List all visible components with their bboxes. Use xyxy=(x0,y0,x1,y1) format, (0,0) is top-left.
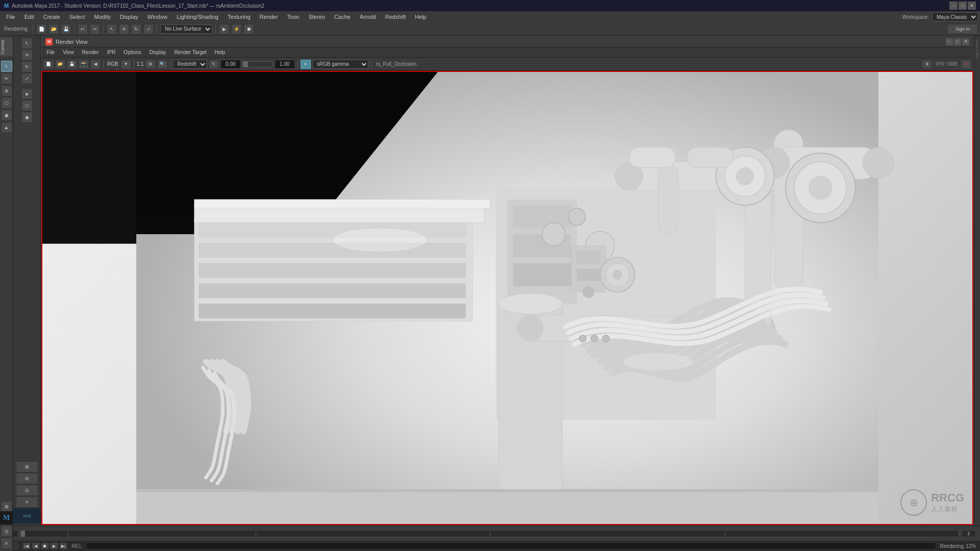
rv-color-space-btn[interactable]: ⊛ xyxy=(301,60,311,69)
menu-render[interactable]: Render xyxy=(256,13,282,21)
rv-save-btn[interactable]: 💾 xyxy=(67,60,77,69)
rv-menu-render[interactable]: Render xyxy=(79,49,102,56)
menu-lighting-shading[interactable]: Lighting/Shading xyxy=(173,13,223,21)
rv-rgb-label: RGB xyxy=(106,61,119,67)
workspace-dropdown[interactable]: Maya Classic xyxy=(932,12,978,21)
rv-menu-display[interactable]: Display xyxy=(146,49,169,56)
layout-btn[interactable]: ⊞ xyxy=(1,501,12,512)
undo-btn[interactable]: ↩ xyxy=(78,24,88,34)
rv-menu-file[interactable]: File xyxy=(43,49,58,56)
range-end-field[interactable]: 2 xyxy=(962,530,976,537)
menu-display[interactable]: Display xyxy=(116,13,142,21)
menu-arnold[interactable]: Arnold xyxy=(356,13,380,21)
separator2 xyxy=(74,24,75,34)
rv-close-panel-btn[interactable]: ✕ xyxy=(961,60,971,69)
stop-render-btn[interactable]: ⏹ xyxy=(243,24,254,34)
menu-help[interactable]: Help xyxy=(411,13,431,21)
side-grid-btn[interactable]: ⊟ xyxy=(16,473,38,484)
rv-menu-ipr[interactable]: IPR xyxy=(104,49,118,56)
side-tool5[interactable]: ◈ xyxy=(21,88,33,99)
close-button[interactable]: ✕ xyxy=(968,2,976,10)
rv-snapshot-btn[interactable]: 📸 xyxy=(79,60,89,69)
move-tool-btn[interactable]: ✛ xyxy=(119,24,129,34)
rv-render-all-btn[interactable]: ↻ xyxy=(209,60,219,69)
rv-color-space-dropdown[interactable]: sRGB gamma xyxy=(312,60,369,69)
rv-renderer-dropdown[interactable]: Redshift xyxy=(173,60,207,69)
play-fwd-btn[interactable]: ▶ xyxy=(50,542,58,549)
svg-point-50 xyxy=(591,335,598,342)
rv-fit-btn[interactable]: ⊞ xyxy=(145,60,156,69)
svg-rect-10 xyxy=(194,199,490,208)
svg-point-54 xyxy=(333,229,426,252)
side-node-btn[interactable]: ◎ xyxy=(16,485,38,496)
transform-tool[interactable]: ⊕ xyxy=(1,85,12,96)
menu-cache[interactable]: Cache xyxy=(330,13,355,21)
rv-menu-render-target[interactable]: Render Target xyxy=(171,49,209,56)
svg-rect-8 xyxy=(199,304,466,318)
menu-toon[interactable]: Toon xyxy=(283,13,304,21)
select-tool-btn[interactable]: ↖ xyxy=(107,24,117,34)
rv-time-end[interactable]: 1.00 xyxy=(275,60,295,69)
side-tool6[interactable]: ⬡ xyxy=(21,100,33,111)
open-scene-btn[interactable]: 📂 xyxy=(48,24,59,34)
menu-file[interactable]: File xyxy=(2,13,19,21)
rv-close-btn[interactable]: ✕ xyxy=(962,38,969,45)
rv-menu-options[interactable]: Options xyxy=(120,49,144,56)
play-back-btn[interactable]: ◀ xyxy=(32,542,40,549)
side-layout-btn[interactable]: ⊞ xyxy=(16,461,38,472)
rv-sep4 xyxy=(298,60,298,68)
rv-prev-btn[interactable]: ◀ xyxy=(90,60,101,69)
rv-menu-view[interactable]: View xyxy=(60,49,77,56)
select-tool[interactable]: ↖ xyxy=(1,61,12,72)
rv-timeline-slider[interactable] xyxy=(242,61,273,67)
menu-modify[interactable]: Modify xyxy=(90,13,114,21)
separator3 xyxy=(103,24,104,34)
save-scene-btn[interactable]: 💾 xyxy=(61,24,71,34)
menu-stereo[interactable]: Stereo xyxy=(304,13,329,21)
rv-pause-btn[interactable]: ⏸ xyxy=(922,60,932,69)
menu-window[interactable]: Window xyxy=(143,13,172,21)
redo-btn[interactable]: ↪ xyxy=(90,24,100,34)
rv-rgb-btn[interactable]: ▼ xyxy=(121,60,131,69)
stop-btn[interactable]: ⏹ xyxy=(41,542,49,549)
menu-texturing[interactable]: Texturing xyxy=(224,13,255,21)
rv-minimize-btn[interactable]: − xyxy=(946,38,953,45)
rotate-tool-btn[interactable]: ↻ xyxy=(131,24,141,34)
rv-maximize-btn[interactable]: □ xyxy=(954,38,961,45)
paint-tool[interactable]: ✏ xyxy=(1,73,12,84)
side-select-btn[interactable]: ↖ xyxy=(21,38,33,49)
side-rotate-btn[interactable]: ↻ xyxy=(21,61,33,72)
mel-input[interactable] xyxy=(86,542,936,549)
menu-edit[interactable]: Edit xyxy=(20,13,38,21)
scale-tool-btn[interactable]: ⤢ xyxy=(143,24,154,34)
no-live-surface-dropdown[interactable]: No Live Surface xyxy=(160,24,212,34)
lasso-tool[interactable]: ⬡ xyxy=(1,97,12,109)
maximize-button[interactable]: □ xyxy=(959,2,967,10)
side-scale-btn[interactable]: ⤢ xyxy=(21,73,33,84)
menu-redshift[interactable]: Redshift xyxy=(381,13,409,21)
next-frame-btn[interactable]: ▶| xyxy=(59,542,67,549)
rv-menu-help[interactable]: Help xyxy=(212,49,229,56)
prev-frame-btn[interactable]: |◀ xyxy=(22,542,31,549)
timeline-slider[interactable] xyxy=(20,530,960,537)
rv-zoom-btn[interactable]: 🔍 xyxy=(157,60,167,69)
channel-btn[interactable]: ≡ xyxy=(1,538,12,549)
sign-in-btn[interactable]: Sign In xyxy=(947,24,978,34)
rv-open-btn[interactable]: 📂 xyxy=(55,60,65,69)
rv-time-start[interactable]: 0.00 xyxy=(220,60,241,69)
brush-tool[interactable]: ▲ xyxy=(1,122,12,133)
side-channel-btn[interactable]: ≡ xyxy=(16,496,38,508)
menu-create[interactable]: Create xyxy=(39,13,64,21)
minimize-button[interactable]: − xyxy=(949,2,958,10)
new-scene-btn[interactable]: 📄 xyxy=(36,24,46,34)
side-tool7[interactable]: ◉ xyxy=(21,112,33,123)
side-move-btn[interactable]: ✛ xyxy=(21,49,33,61)
node-btn[interactable]: ◎ xyxy=(1,525,12,537)
rv-file-btn[interactable]: 📄 xyxy=(43,60,54,69)
ipr-btn[interactable]: ⚡ xyxy=(231,24,241,34)
menu-select[interactable]: Select xyxy=(65,13,89,21)
sculpt-tool[interactable]: ◉ xyxy=(1,110,12,121)
watermark-text-block: RRCG 人人素材 xyxy=(931,491,964,514)
svg-point-49 xyxy=(579,335,586,342)
render-btn[interactable]: ▶ xyxy=(219,24,229,34)
